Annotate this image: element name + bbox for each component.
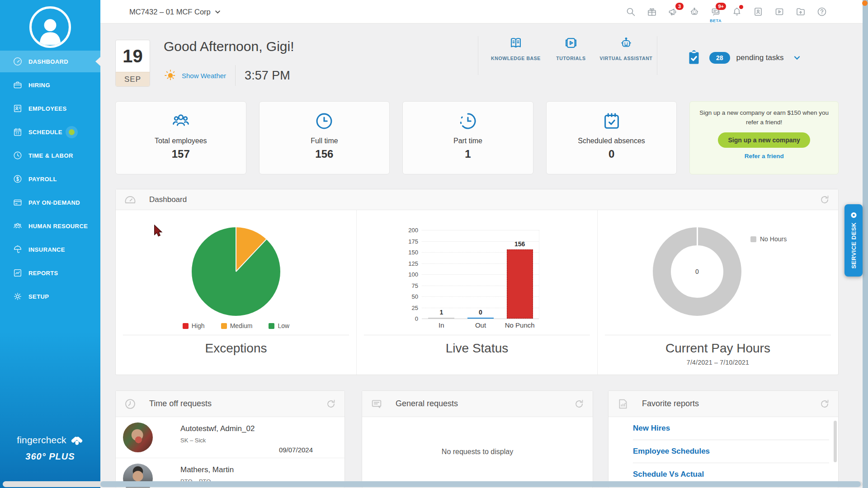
service-desk-tab[interactable]: SERVICE DESK [844,204,863,277]
bot-icon[interactable] [689,6,700,17]
schedule-notification-dot [69,129,75,135]
tutorials-button[interactable]: TUTORIALS [543,35,599,62]
virtual-assistant-button[interactable]: VIRTUAL ASSISTANT [599,35,654,62]
pie-seam-start [236,227,236,272]
search-icon[interactable] [625,6,636,17]
exceptions-pie [192,227,280,316]
sidebar-item-label: REPORTS [28,270,58,277]
legend-item-high: High [183,322,205,329]
y-tick-label: 25 [384,305,418,311]
sidebar-item-hiring[interactable]: HIRING [0,74,100,96]
timeoff-request-row[interactable]: Autotestwf, Admin_02 SK – Sick 09/07/202… [116,417,344,458]
notifications-bell-icon[interactable] [731,6,742,17]
sidebar-item-dashboard[interactable]: DASHBOARD [0,51,100,72]
pending-tasks-dropdown[interactable]: 28 pending tasks [686,50,801,66]
sidebar-item-payroll[interactable]: PAYROLL [0,168,100,190]
recording-indicator-dot [862,0,868,6]
stat-label: Full time [311,137,338,145]
sidebar-item-label: INSURANCE [28,246,65,253]
greeting-title: Good Afternoon, Gigi! [164,39,294,54]
contacts-icon[interactable] [753,6,764,17]
sidebar-item-human-resource[interactable]: HUMAN RESOURCE [0,215,100,237]
sidebar-item-label: SCHEDULE [28,129,62,136]
donut-legend-swatch [750,236,756,242]
sidebar-item-label: EMPLOYEES [28,105,67,112]
stat-value: 0 [609,148,614,160]
pie-seam-end [236,239,267,272]
refresh-icon[interactable] [819,399,830,409]
sidebar-item-employees[interactable]: EMPLOYEES [0,98,100,119]
open-book-icon [508,35,524,51]
quicklink-label: KNOWLEDGE BASE [488,55,543,62]
sidebar-item-schedule[interactable]: SCHEDULE [0,121,100,143]
gridline [422,230,539,230]
pending-tasks-count-badge: 28 [709,52,730,64]
tutorial-video-icon [563,35,579,51]
messages-icon[interactable]: 9+ BETA [710,6,721,17]
video-tutorials-icon[interactable] [774,6,785,17]
legend-label: Low [278,322,289,329]
person-silhouette-icon [36,14,64,46]
chart-subtitle: 7/4/2021 – 7/10/2021 [605,359,831,366]
announcements-icon[interactable]: 3 [668,6,679,17]
current-time: 3:57 PM [245,69,290,83]
panel-scrollbar-thumb[interactable] [834,421,837,462]
pending-tasks-label: pending tasks [736,53,784,62]
bar-out [467,318,494,319]
profile-avatar[interactable] [29,6,71,48]
refresh-icon[interactable] [326,399,336,409]
chart-title: Exceptions [123,341,349,356]
divider [657,36,657,75]
vertical-scrollbar[interactable] [863,0,868,488]
y-tick-label: 200 [384,227,418,234]
sidebar-item-label: SETUP [28,293,49,300]
sidebar-item-label: DASHBOARD [28,58,68,65]
folder-upload-icon[interactable] [795,6,806,17]
refresh-icon[interactable] [819,194,830,205]
bell-notification-dot [739,5,743,9]
exceptions-chart-section: High Medium Low Exceptions [116,210,357,375]
stat-card-total-employees[interactable]: Total employees 157 [115,101,246,174]
x-category-label: Out [458,321,503,329]
brand-name: fingercheck [17,435,66,446]
sidebar-item-label: HUMAN RESOURCE [28,223,88,230]
sidebar-item-pay-on-demand[interactable]: PAY ON-DEMAND [0,192,100,213]
divider [235,65,236,86]
live-status-chart-section: 0255075100125150175200 10156 InOutNo Pun… [357,210,598,375]
live-status-xlabels: InOutNo Punch [422,321,539,330]
stat-card-full-time[interactable]: Full time 156 [259,101,390,174]
signup-new-company-button[interactable]: Sign up a new company [718,132,810,148]
chat-icon [370,398,383,410]
sidebar-item-reports[interactable]: REPORTS [0,262,100,284]
announcements-badge: 3 [675,3,684,10]
request-date: 09/07/2024 [279,446,313,454]
life-ring-icon [850,212,857,219]
pie-legend-swatch [221,323,227,329]
sidebar-item-setup[interactable]: SETUP [0,286,100,307]
sidebar-item-time-labor[interactable]: TIME & LABOR [0,145,100,166]
chart-title: Current Pay Hours [605,341,831,356]
quicklinks: KNOWLEDGE BASE TUTORIALS VIRTUAL ASSISTA… [488,35,654,62]
help-icon[interactable] [816,6,827,17]
request-type: SK – Sick [180,437,206,444]
show-weather-link[interactable]: Show Weather [182,72,226,80]
horizontal-scrollbar-thumb[interactable] [100,481,861,487]
refresh-icon[interactable] [574,399,585,409]
greeting-subrow: Show Weather 3:57 PM [164,65,290,86]
favorite-report-link[interactable]: New Hires [633,417,829,440]
partial-clock-icon [458,111,478,131]
general-panel-header: General requests [362,391,593,417]
pie-legend-swatch [183,323,189,329]
stat-card-part-time[interactable]: Part time 1 [402,101,533,174]
gift-icon[interactable] [646,6,657,17]
knowledge-base-button[interactable]: KNOWLEDGE BASE [488,35,543,62]
stat-value: 157 [172,148,190,160]
chevron-down-icon[interactable] [793,54,801,61]
company-selector[interactable]: MC7432 – 01 MCF Corp [129,0,221,23]
refer-a-friend-link[interactable]: Refer a friend [699,153,829,160]
stat-card-scheduled-absences[interactable]: Scheduled absences 0 [546,101,677,174]
y-tick-label: 100 [384,271,418,278]
sidebar-item-insurance[interactable]: INSURANCE [0,239,100,260]
favorite-report-link[interactable]: Employee Schedules [633,440,829,463]
timeoff-panel-header: Time off requests [116,391,344,417]
